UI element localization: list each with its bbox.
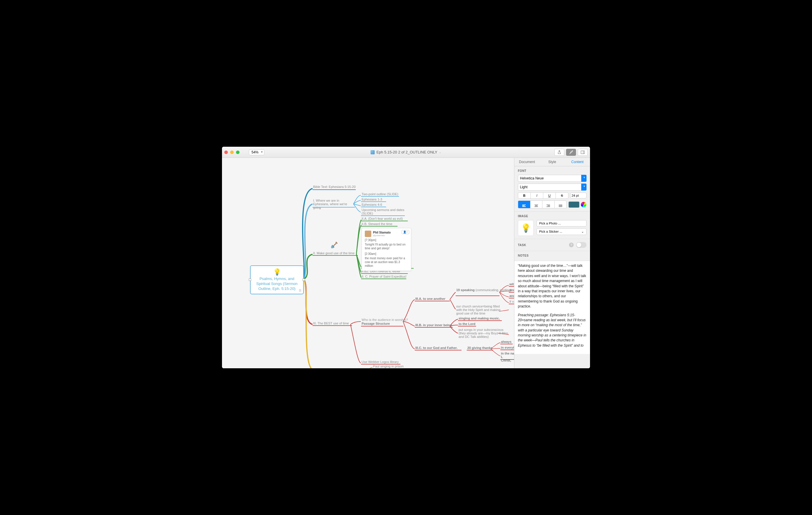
- color-picker-icon[interactable]: [581, 202, 586, 208]
- node-iiic[interactable]: III.C. to our God and Father.: [415, 346, 457, 350]
- follow-icon[interactable]: 👤+: [402, 230, 409, 234]
- image-thumbnail[interactable]: 💡: [518, 220, 534, 236]
- resize-handle-left[interactable]: [249, 278, 251, 281]
- svg-rect-0: [581, 151, 584, 154]
- node-two-point[interactable]: Two-point outline (SLIDE): [361, 192, 398, 196]
- node-songs[interactable]: and songs in: [510, 294, 514, 298]
- tab-document[interactable]: Document: [514, 158, 540, 166]
- root-text: Psalms, Hymns, and Spiritual Songs (Serm…: [254, 276, 300, 291]
- node-iiib[interactable]: III.B. in your inner being: [415, 323, 452, 327]
- pick-photo-button[interactable]: Pick a Photo ...: [536, 220, 586, 226]
- traffic-lights: [224, 151, 239, 154]
- minimize-icon[interactable]: [230, 151, 234, 154]
- font-size-input[interactable]: [570, 193, 586, 198]
- italic-button[interactable]: I: [530, 192, 543, 199]
- resize-handle-right[interactable]: [302, 278, 305, 281]
- help-icon[interactable]: ?: [569, 243, 574, 247]
- align-justify-button[interactable]: [554, 200, 567, 209]
- mindmap-canvas[interactable]: 💡 Psalms, Hymns, and Spiritual Songs (Se…: [222, 158, 514, 368]
- node-everything[interactable]: in everything: [501, 346, 514, 349]
- card-name: Phil Stamato: [373, 231, 391, 234]
- inspector-panel: Document Style Content FONT B I U S: [514, 158, 590, 368]
- titlebar: 54% Eph 5.15-20 2 of 2_OUTLINE ONLY ⌄: [222, 147, 590, 158]
- node-inname[interactable]: in the name of our LChrist,: [501, 352, 514, 362]
- node-iic[interactable]: II. C. Prayer of Saint Expeditus!: [361, 275, 406, 278]
- card-handle: @pstamato: [373, 234, 391, 237]
- node-iv[interactable]: IV. Making it a priority (as Paul did): [315, 368, 364, 368]
- node-hymns[interactable]: and hymns: [510, 288, 514, 292]
- node-always[interactable]: always: [501, 340, 512, 344]
- image-label: IMAGE: [518, 215, 586, 218]
- node-iia[interactable]: II.A. (Don't fear world as evil): [361, 217, 403, 220]
- notes-label: NOTES: [518, 254, 586, 257]
- zoom-icon[interactable]: [236, 151, 239, 154]
- task-toggle[interactable]: [576, 242, 586, 248]
- node-iiia[interactable]: III.A. to one another: [415, 297, 445, 300]
- lightbulb-icon: 💡: [254, 268, 300, 276]
- node-bible-text[interactable]: Bible Text: Ephesians 5:15-20: [313, 185, 355, 189]
- node-iib[interactable]: II.B. Steward the time: [361, 222, 392, 226]
- inspector-toggle[interactable]: [566, 149, 576, 156]
- bold-button[interactable]: B: [518, 192, 531, 199]
- tab-style[interactable]: Style: [540, 158, 564, 166]
- node-where[interactable]: I. Where we are in Ephesians, where we'r…: [313, 199, 354, 209]
- root-node[interactable]: 💡 Psalms, Hymns, and Spiritual Songs (Se…: [250, 265, 304, 294]
- underline-button[interactable]: U: [543, 192, 556, 199]
- tab-content[interactable]: Content: [565, 158, 590, 166]
- align-center-button[interactable]: [530, 200, 543, 209]
- node-singing[interactable]: singing and making music,: [459, 317, 500, 320]
- shovel-icon: 🪏: [331, 241, 338, 248]
- font-family-select[interactable]: [518, 175, 586, 182]
- node-putsongs[interactable]: put songs in your subconscious (they alr…: [459, 328, 511, 338]
- app-window: 54% Eph 5.15-20 2 of 2_OUTLINE ONLY ⌄: [222, 147, 590, 368]
- font-label: FONT: [518, 169, 586, 172]
- node-eph46[interactable]: Ephesians 4-6: [361, 203, 382, 206]
- document-title[interactable]: Eph 5.15-20 2 of 2_OUTLINE ONLY ⌄: [371, 150, 442, 154]
- node-upcoming[interactable]: Upcoming sermons and dates (SLIDE): [361, 208, 405, 215]
- title-text: Eph 5.15-20 2 of 2_OUTLINE ONLY: [377, 150, 438, 154]
- share-button[interactable]: [554, 149, 564, 156]
- pick-sticker-button[interactable]: Pick a Sticker ... ⌄: [536, 228, 586, 235]
- font-weight-select[interactable]: [518, 184, 586, 191]
- node-make-good[interactable]: II. Make good use of the time: [313, 251, 355, 255]
- node-ifnot[interactable]: If not three ty: [510, 300, 514, 303]
- strike-button[interactable]: S: [555, 192, 569, 199]
- node-thanks[interactable]: 20 giving thanks: [467, 346, 492, 350]
- align-left-button[interactable]: [518, 200, 530, 209]
- notes-editor[interactable]: “Making good use of the time…”—will talk…: [514, 261, 590, 354]
- node-prison[interactable]: Paul singing in prison: [373, 364, 404, 368]
- align-right-button[interactable]: [542, 200, 555, 209]
- embedded-card[interactable]: 👤+ Phil Stamato @pstamato [7:30pm] Tonig…: [361, 228, 411, 271]
- node-eph13[interactable]: Ephesians 1-3: [361, 197, 382, 201]
- node-lord[interactable]: to the Lord: [459, 322, 475, 326]
- task-label: TASK: [518, 243, 526, 247]
- layout-toggle[interactable]: [578, 149, 588, 156]
- node-passage[interactable]: Passage Structure: [361, 322, 390, 325]
- node-church[interactable]: our church service=being filled with the…: [456, 304, 506, 315]
- inspector-tabs: Document Style Content: [514, 158, 590, 166]
- node-best[interactable]: III. The BEST use of time: [313, 322, 349, 325]
- doc-icon: [371, 150, 375, 154]
- node-psalms[interactable]: with Psalms: [510, 282, 514, 286]
- avatar: [365, 231, 371, 237]
- close-icon[interactable]: [224, 151, 228, 154]
- node-webber[interactable]: Use Webber Logos library: [361, 360, 399, 363]
- zoom-select[interactable]: 54%: [249, 150, 264, 155]
- color-swatch[interactable]: [569, 201, 580, 208]
- node-audience[interactable]: Who is the audience in worship?: [361, 318, 408, 322]
- note-marker-icon: ☰: [299, 289, 301, 292]
- node-speaking[interactable]: 19 speaking (communicating, reciting): [456, 288, 512, 292]
